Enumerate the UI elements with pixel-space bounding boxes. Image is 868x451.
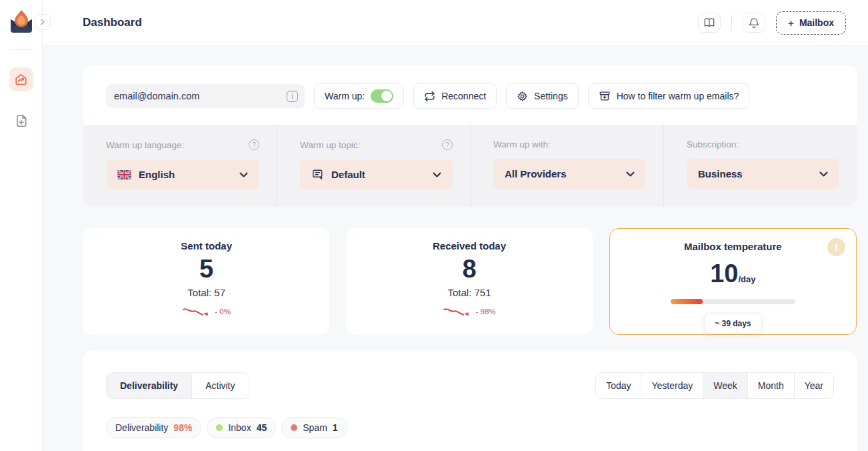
warmup-topic-column: Warm up topic: ? Default: [277, 125, 470, 207]
settings-button[interactable]: Settings: [506, 83, 579, 109]
mailbox-config-card: i Warm up: Reconnect Se: [83, 65, 857, 207]
received-today-value: 8: [346, 256, 592, 284]
sent-today-title: Sent today: [83, 240, 329, 252]
legend-spam-label: Spam: [303, 422, 327, 433]
warmup-with-column: Warm up with: All Providers: [470, 125, 663, 207]
bell-icon: [749, 17, 759, 29]
email-input[interactable]: [114, 91, 287, 101]
days-left-badge: ~ 39 days: [704, 314, 761, 334]
page-title: Dashboard: [83, 16, 142, 29]
stats-row: Sent today 5 Total: 57 - 0% Received tod…: [83, 228, 857, 335]
warmup-with-label: Warm up with:: [493, 139, 551, 149]
sidebar-item-dashboard[interactable]: [9, 67, 33, 91]
warmup-toggle-label: Warm up:: [325, 91, 365, 101]
chevron-right-icon: [39, 19, 46, 25]
chevron-down-icon: [819, 171, 828, 177]
temperature-value: 10: [710, 260, 738, 288]
main-content: i Warm up: Reconnect Se: [43, 46, 868, 451]
temperature-progress-fill: [671, 299, 703, 304]
help-icon[interactable]: ?: [442, 139, 453, 150]
legend-deliverability-value: 98%: [173, 422, 192, 433]
notifications-button[interactable]: [743, 13, 765, 33]
toggle-knob: [381, 91, 392, 101]
sidebar: [0, 0, 43, 451]
config-row: i Warm up: Reconnect Se: [83, 65, 857, 125]
legend-deliverability[interactable]: Deliverability 98%: [106, 417, 201, 438]
sent-today-total: Total: 57: [83, 287, 329, 298]
temperature-title: Mailbox temperature: [610, 241, 856, 252]
info-icon[interactable]: i: [287, 91, 298, 102]
sent-today-trend: - 0%: [215, 308, 231, 316]
period-week[interactable]: Week: [703, 373, 748, 398]
chart-tabs: Deliverability Activity: [106, 372, 249, 399]
period-yesterday[interactable]: Yesterday: [641, 373, 703, 398]
chevron-down-icon: [433, 172, 441, 177]
period-today[interactable]: Today: [596, 373, 641, 398]
warmup-toggle[interactable]: [371, 89, 393, 103]
add-mailbox-button[interactable]: + Mailbox: [776, 11, 846, 35]
home-trend-icon: [14, 73, 28, 87]
warmup-language-column: Warm up language: ? English: [83, 125, 277, 207]
tab-deliverability[interactable]: Deliverability: [107, 373, 192, 398]
docs-button[interactable]: [698, 13, 721, 33]
period-selector: Today Yesterday Week Month Year: [595, 372, 834, 399]
gear-icon: [517, 91, 528, 102]
book-icon: [703, 17, 715, 28]
sidebar-divider: [9, 49, 33, 50]
sidebar-item-add-document[interactable]: [9, 109, 33, 133]
warmup-language-value: English: [139, 169, 232, 180]
warmup-topic-label: Warm up topic:: [300, 140, 360, 150]
reconnect-button[interactable]: Reconnect: [413, 83, 497, 109]
document-plus-icon: [14, 113, 29, 128]
received-today-trend: - 98%: [475, 308, 495, 316]
sent-today-value: 5: [83, 256, 329, 284]
header: Dashboard + Mailbox: [43, 0, 868, 46]
how-to-filter-label: How to filter warm up emails?: [617, 91, 739, 101]
spam-dot-icon: [291, 424, 297, 431]
trend-down-icon: [182, 306, 211, 317]
temperature-progress-track: [671, 299, 795, 304]
charts-panel: Deliverability Activity Today Yesterday …: [83, 351, 857, 451]
subscription-select[interactable]: Business: [687, 159, 839, 189]
warmup-toggle-group: Warm up:: [314, 83, 404, 109]
tab-activity[interactable]: Activity: [192, 373, 248, 398]
header-divider: [731, 15, 732, 31]
sent-today-card: Sent today 5 Total: 57 - 0%: [83, 228, 329, 335]
app-logo-flame-icon[interactable]: [8, 8, 35, 40]
mailbox-temperature-card: ! Mailbox temperature 10 /day ~ 39 days: [609, 228, 857, 335]
how-to-filter-button[interactable]: How to filter warm up emails?: [588, 83, 750, 109]
archive-icon: [599, 90, 611, 102]
inbox-dot-icon: [216, 424, 223, 431]
reconnect-label: Reconnect: [441, 91, 486, 101]
warmup-topic-select[interactable]: Default: [300, 159, 453, 189]
plus-icon: +: [788, 17, 794, 29]
warmup-with-select[interactable]: All Providers: [493, 159, 646, 189]
warmup-topic-value: Default: [331, 169, 425, 180]
legend-row: Deliverability 98% Inbox 45 Spam 1: [106, 417, 834, 438]
sync-icon: [424, 91, 435, 102]
email-field-wrapper: i: [106, 84, 305, 108]
legend-spam[interactable]: Spam 1: [281, 417, 347, 438]
legend-inbox[interactable]: Inbox 45: [207, 417, 276, 438]
period-year[interactable]: Year: [795, 373, 833, 398]
header-actions: + Mailbox: [698, 11, 846, 35]
subscription-label: Subscription:: [687, 139, 739, 149]
received-today-total: Total: 751: [346, 287, 592, 298]
legend-inbox-label: Inbox: [228, 422, 251, 433]
chat-icon: [311, 168, 324, 181]
warmup-language-select[interactable]: English: [106, 159, 259, 189]
received-today-title: Received today: [346, 240, 592, 252]
help-icon[interactable]: ?: [249, 139, 259, 150]
received-today-card: Received today 8 Total: 751 - 98%: [346, 228, 592, 335]
alert-icon[interactable]: !: [827, 238, 845, 256]
trend-down-icon: [443, 306, 472, 317]
sidebar-collapse-button[interactable]: [35, 14, 51, 30]
subscription-value: Business: [698, 168, 812, 179]
add-mailbox-label: Mailbox: [799, 17, 834, 28]
warmup-language-label: Warm up language:: [106, 140, 184, 150]
legend-inbox-value: 45: [257, 422, 267, 433]
period-month[interactable]: Month: [748, 373, 795, 398]
legend-deliverability-label: Deliverability: [115, 422, 168, 433]
chevron-down-icon: [626, 171, 635, 177]
warmup-with-value: All Providers: [505, 168, 619, 179]
